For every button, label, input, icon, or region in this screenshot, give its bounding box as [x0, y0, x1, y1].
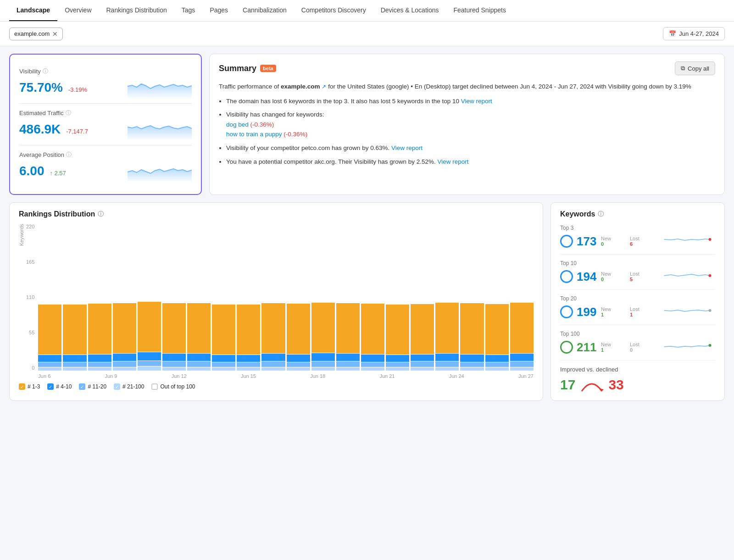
- legend-check-1-3[interactable]: ✓: [19, 383, 25, 390]
- legend-check-21-100[interactable]: ✓: [114, 383, 120, 390]
- kw-top100-group: Top 100 211 New1 Lost0: [560, 331, 715, 360]
- bar-col: [187, 224, 211, 371]
- bar-segment: [485, 304, 509, 355]
- bar-segment: [212, 362, 235, 367]
- kw-top20-group: Top 20 199 New1 Lost1: [560, 295, 715, 325]
- view-report-link-1[interactable]: View report: [461, 98, 492, 105]
- bar-segment: [460, 367, 484, 371]
- keyword-dog-bed-change: (-0.36%): [250, 121, 274, 128]
- calendar-icon: 📅: [669, 30, 676, 37]
- keyword-puppy-change: (-0.36%): [284, 131, 307, 138]
- legend-label-out-100: Out of top 100: [160, 383, 195, 390]
- y-0: 0: [32, 365, 34, 371]
- kw-top3-label: Top 3: [560, 225, 715, 231]
- bar-segment: [411, 367, 434, 371]
- bar-segment: [88, 362, 111, 367]
- improved-declined-section: Improved vs. declined 17 33: [560, 366, 715, 393]
- bar-segment: [88, 304, 111, 354]
- bar-col: [336, 224, 360, 371]
- kw-top20-value: 199: [577, 305, 597, 319]
- summary-card: Summary beta ⧉ Copy all Traffic performa…: [209, 54, 725, 195]
- chart-title: Rankings Distribution ⓘ: [19, 210, 534, 218]
- nav-devices-locations[interactable]: Devices & Locations: [373, 0, 446, 21]
- nav-rankings-distribution[interactable]: Rankings Distribution: [99, 0, 174, 21]
- bar-col: [138, 224, 161, 371]
- legend-4-10: ✓ # 4-10: [47, 383, 72, 390]
- visibility-change: -3.19%: [68, 86, 87, 93]
- visibility-sparkline: [128, 77, 192, 98]
- bar-col: [88, 224, 111, 371]
- date-picker[interactable]: 📅 Jun 4-27, 2024: [663, 27, 725, 40]
- kw-top100-lost: Lost0: [630, 342, 655, 353]
- legend-label-4-10: # 4-10: [56, 383, 72, 390]
- declined-value: 33: [608, 377, 623, 393]
- y-220: 220: [26, 224, 34, 229]
- close-icon[interactable]: ✕: [52, 30, 58, 38]
- chart-info-icon[interactable]: ⓘ: [98, 210, 104, 218]
- bar-segment: [63, 362, 86, 367]
- traffic-info-icon[interactable]: ⓘ: [66, 109, 71, 117]
- bar-segment: [311, 353, 335, 361]
- kw-top100-label: Top 100: [560, 331, 715, 337]
- x-jun15: Jun 15: [241, 373, 256, 379]
- domain-filter[interactable]: example.com ✕: [9, 28, 63, 40]
- bar-segment: [212, 305, 235, 355]
- keywords-info-icon[interactable]: ⓘ: [598, 210, 604, 218]
- bar-segment: [336, 303, 360, 353]
- nav-pages[interactable]: Pages: [202, 0, 235, 21]
- bar-segment: [485, 355, 509, 362]
- bar-segment: [38, 362, 61, 367]
- bar-segment: [261, 354, 285, 361]
- view-report-link-2[interactable]: View report: [391, 144, 423, 151]
- copy-all-button[interactable]: ⧉ Copy all: [675, 61, 715, 75]
- summary-title: Summary beta: [219, 64, 276, 73]
- bar-segment: [435, 354, 459, 361]
- bar-segment: [460, 362, 484, 367]
- bar-segment: [63, 355, 86, 362]
- nav-tags[interactable]: Tags: [174, 0, 203, 21]
- bar-segment: [510, 303, 534, 354]
- kw-top100-new: New1: [601, 342, 626, 353]
- bar-segment: [113, 367, 136, 371]
- bar-col: [361, 224, 384, 371]
- kw-top20-new: New1: [601, 306, 626, 317]
- bar-segment: [361, 304, 384, 354]
- position-info-icon[interactable]: ⓘ: [66, 151, 72, 159]
- bar-segment: [311, 361, 335, 367]
- bar-segment: [287, 355, 310, 362]
- keywords-card: Keywords ⓘ Top 3 173 New0 Lost6: [550, 202, 725, 401]
- bar-segment: [38, 367, 61, 371]
- kw-top20-label: Top 20: [560, 295, 715, 302]
- bar-segment: [435, 303, 459, 354]
- view-report-link-3[interactable]: View report: [438, 158, 469, 165]
- legend-label-21-100: # 21-100: [122, 383, 144, 390]
- bar-segment: [261, 303, 285, 353]
- kw-top10-sparkline: [659, 269, 715, 284]
- visibility-info-icon[interactable]: ⓘ: [43, 67, 48, 75]
- bar-col: [510, 224, 534, 371]
- beta-badge: beta: [260, 65, 276, 72]
- x-jun24: Jun 24: [449, 373, 464, 379]
- legend-check-11-20[interactable]: ✓: [79, 383, 85, 390]
- x-jun27: Jun 27: [518, 373, 534, 379]
- legend-check-4-10[interactable]: ✓: [47, 383, 54, 390]
- bar-segment: [138, 352, 161, 360]
- kw-top3-lost: Lost6: [630, 236, 655, 247]
- nav-cannibalization[interactable]: Cannibalization: [235, 0, 294, 21]
- nav-overview[interactable]: Overview: [57, 0, 99, 21]
- bar-col: [237, 224, 260, 371]
- improved-arc-icon: [580, 377, 604, 393]
- bar-segment: [510, 354, 534, 361]
- top-row: Visibility ⓘ 75.70% -3.19%: [9, 54, 725, 195]
- bar-segment: [510, 367, 534, 371]
- rankings-distribution-card: Rankings Distribution ⓘ Keywords 220 165…: [9, 202, 543, 401]
- legend-check-out-100[interactable]: [151, 383, 158, 390]
- nav-competitors-discovery[interactable]: Competitors Discovery: [294, 0, 373, 21]
- legend-out-top100: Out of top 100: [151, 383, 195, 390]
- x-jun6: Jun 6: [38, 373, 50, 379]
- svg-point-1: [709, 274, 712, 277]
- bar-segment: [138, 302, 161, 352]
- nav-featured-snippets[interactable]: Featured Snippets: [446, 0, 513, 21]
- nav-landscape[interactable]: Landscape: [9, 0, 57, 21]
- bar-col: [162, 224, 186, 371]
